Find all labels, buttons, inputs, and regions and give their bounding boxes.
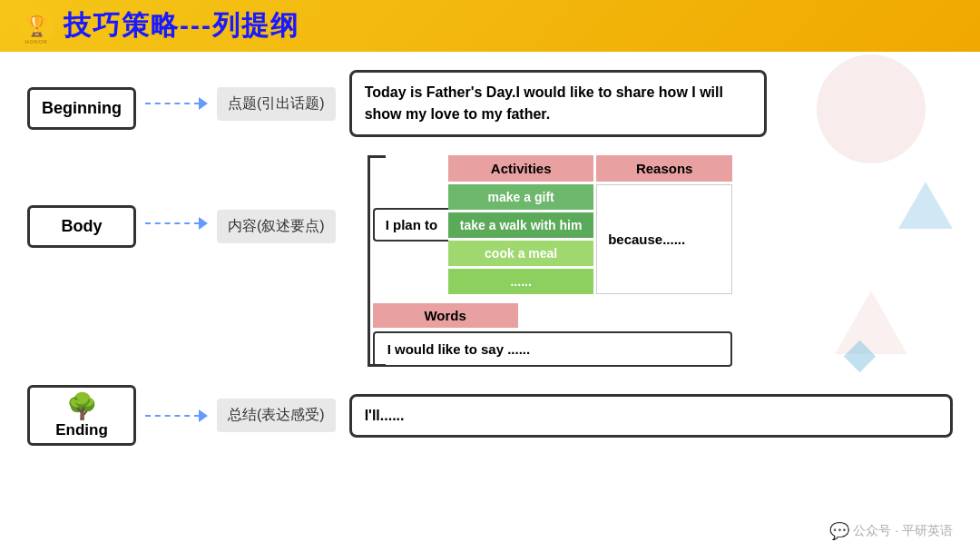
words-header: Words [373,303,518,328]
beginning-box: Beginning [27,87,136,130]
tree-icon: 🌳 [66,391,98,421]
words-text-box: I would like to say ...... [373,331,733,367]
activity-item-2: take a walk with him [448,212,593,238]
beginning-content-area: Today is Father's Day.I would like to sh… [349,70,953,137]
trophy-icon: 🏆 HONOR [18,8,54,44]
page-title: 技巧策略---列提纲 [64,7,299,44]
activity-item-3: cook a meal [448,241,593,266]
ending-chinese-label: 总结(表达感受) [217,399,336,432]
activities-column: make a gift take a walk with him cook a … [448,184,593,294]
i-plan-to-box: I plan to [373,208,449,242]
activities-reasons-area: Activities Reasons make a gift take a wa… [448,155,732,294]
ending-row: 🌳 Ending 总结(表达感受) I'll...... [27,385,953,446]
wechat-icon: 💬 [829,521,849,541]
header: 🏆 HONOR 技巧策略---列提纲 [0,0,980,52]
reasons-header: Reasons [596,155,732,182]
ar-body: make a gift take a walk with him cook a … [448,184,732,294]
activity-item-1: make a gift [448,184,593,210]
body-box: Body [27,205,136,248]
honor-label: HONOR [25,39,48,44]
ending-box: 🌳 Ending [27,385,136,446]
ending-text: I'll...... [349,394,953,438]
watermark-text: 公众号 · 平研英语 [853,523,953,539]
activity-item-4: ...... [448,269,593,294]
ending-content-area: I'll...... [349,394,953,438]
words-section: Words I would like to say ...... [373,303,733,367]
body-arrow [145,217,208,230]
body-content-wrapper: I plan to Activities Reasons [349,155,733,367]
ending-arrow [145,409,208,422]
watermark: 💬 公众号 · 平研英语 [829,521,953,541]
beginning-arrow [145,97,208,110]
left-bracket [349,155,371,367]
plan-activities-row: I plan to Activities Reasons [373,155,733,294]
body-row: Body 内容(叙述要点) I plan to [27,155,953,367]
beginning-row: Beginning 点题(引出话题) Today is Father's Day… [27,70,953,137]
body-chinese-label: 内容(叙述要点) [217,210,336,243]
beginning-text: Today is Father's Day.I would like to sh… [349,70,767,137]
beginning-chinese-label: 点题(引出话题) [217,87,336,121]
main-content: Beginning 点题(引出话题) Today is Father's Day… [0,52,980,551]
ar-headers: Activities Reasons [448,155,732,182]
reasons-text: because...... [596,184,732,294]
bracket-content: I plan to Activities Reasons [373,155,733,367]
bracket-area: I plan to Activities Reasons [349,155,733,367]
activities-header: Activities [448,155,593,182]
